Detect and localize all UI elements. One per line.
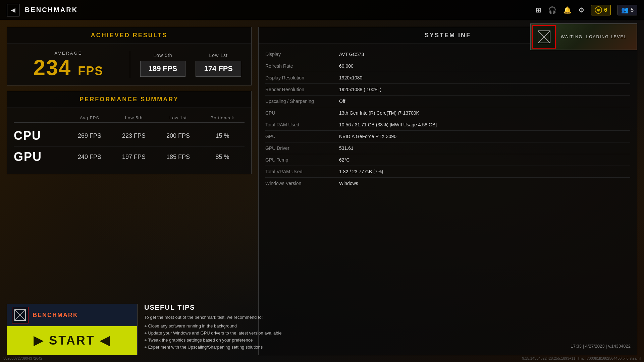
coin-count: 6 (604, 7, 607, 13)
results-card: ACHIEVED RESULTS AVERAGE 234 FPS Low 5th… (7, 27, 252, 85)
start-button[interactable]: ▶ START ◀ (7, 326, 137, 355)
low-stats: Low 5th 189 FPS Low 1st 174 FPS (140, 53, 241, 77)
sysinfo-key: Render Resolution (265, 87, 339, 92)
preview-icon-box (532, 25, 556, 49)
tip-item: Tweak the graphics settings based on you… (144, 337, 637, 344)
sysinfo-value: NVIDIA GeForce RTX 3090 (339, 134, 630, 139)
tip-item: Close any software running in the backgr… (144, 322, 637, 329)
average-section: AVERAGE 234 FPS (17, 51, 120, 78)
widget-header: BENCHMARK (7, 304, 137, 326)
sysinfo-key: Windows Version (265, 181, 339, 186)
tip-item: Update your Windows and GPU drivers to t… (144, 329, 637, 337)
topbar-right: ⊞ 🎧 🔔 ⚙ ◎ 6 👥 5 (536, 5, 637, 15)
col-bottleneck: Bottleneck (200, 115, 245, 120)
fps-unit: FPS (78, 64, 103, 78)
sysinfo-value: 60.000 (339, 63, 630, 69)
avg-fps-value: 234 (34, 56, 71, 80)
cpu-label: CPU (14, 129, 67, 143)
gpu-row: GPU 240 FPS 197 FPS 185 FPS 85 % (14, 146, 245, 167)
sysinfo-row: CPU13th Gen Intel(R) Core(TM) i7-13700K (265, 107, 630, 119)
perf-header-row: Avg FPS Low 5th Low 1st Bottleneck (14, 113, 245, 123)
sysinfo-key: Display (265, 52, 339, 57)
bell-icon[interactable]: 🔔 (563, 6, 572, 14)
sysinfo-row: GPU Temp62°C (265, 154, 630, 166)
sysinfo-value: 10.56 / 31.71 GB (33%) [MWII Usage 4.58 … (339, 122, 630, 127)
sysinfo-row: GPU Driver531.61 (265, 142, 630, 154)
sysinfo-row: Upscaling / SharpeningOff (265, 96, 630, 107)
cpu-avgfps: 269 FPS (67, 132, 112, 139)
divider (130, 51, 130, 78)
results-header: ACHIEVED RESULTS (7, 27, 251, 44)
sysinfo-row: GPUNVIDIA GeForce RTX 3090 (265, 131, 630, 142)
tips-section: USEFUL TIPS To get the most out of the b… (144, 304, 637, 351)
sysinfo-row: Total VRAM Used1.82 / 23.77 GB (7%) (265, 166, 630, 178)
low5th-value: 189 FPS (140, 61, 186, 77)
benchmark-widget: BENCHMARK ▶ START ◀ (7, 304, 138, 355)
tip-item: Experiment with the Upscaling/Sharpening… (144, 344, 637, 351)
gpu-label: GPU (14, 150, 67, 164)
sysinfo-value: 62°C (339, 157, 630, 163)
sysinfo-key: GPU Driver (265, 145, 339, 151)
preview-thumbnail: WAITING. LOADING LEVEL (530, 23, 637, 50)
player-count: 5 (631, 7, 634, 13)
headphone-icon[interactable]: 🎧 (548, 6, 556, 14)
sysinfo-row: Refresh Rate60.000 (265, 60, 630, 72)
coin-icon: ◎ (595, 6, 602, 14)
sysinfo-value: Windows (339, 181, 630, 186)
results-body: AVERAGE 234 FPS Low 5th 189 FPS Low 1st … (7, 44, 251, 85)
sysinfo-value: Off (339, 99, 630, 104)
sysinfo-value: 13th Gen Intel(R) Core(TM) i7-13700K (339, 110, 630, 116)
gpu-low1st: 185 FPS (156, 154, 200, 161)
bottom-right-build: 9.15.14334822 [28.255.1893+11] Tmc [7000… (522, 356, 641, 360)
performance-header: PERFORMANCE SUMMARY (7, 91, 251, 108)
loading-text: WAITING. LOADING LEVEL (557, 35, 627, 39)
sysinfo-key: Display Resolution (265, 75, 339, 80)
cpu-low5th: 223 FPS (112, 132, 156, 139)
cpu-row: CPU 269 FPS 223 FPS 200 FPS 15 % (14, 125, 245, 146)
cpu-low1st: 200 FPS (156, 132, 200, 139)
sysinfo-key: Refresh Rate (265, 63, 339, 69)
average-label: AVERAGE (17, 51, 120, 56)
average-fps: 234 FPS (17, 57, 120, 78)
col-low5th: Low 5th (112, 115, 156, 120)
gpu-avgfps: 240 FPS (67, 154, 112, 161)
bottom-left-code: 5820307273904372642 (3, 356, 42, 360)
sysinfo-key: GPU Temp (265, 157, 339, 163)
low1st-label: Low 1st (196, 53, 241, 58)
gear-icon[interactable]: ⚙ (578, 6, 584, 14)
tips-intro: To get the most out of the benchmark tes… (144, 315, 637, 320)
sysinfo-value: 531.61 (339, 145, 630, 151)
coin-badge[interactable]: ◎ 6 (591, 5, 611, 15)
player-icon: 👥 (621, 6, 629, 14)
sysinfo-key: Total VRAM Used (265, 169, 339, 174)
widget-title: BENCHMARK (33, 312, 78, 319)
sysinfo-key: Upscaling / Sharpening (265, 99, 339, 104)
page-title: BENCHMARK (25, 6, 78, 14)
sysinfo-value: 1920x1088 ( 100% ) (339, 87, 630, 92)
widget-icon-box (12, 307, 29, 323)
tips-list: Close any software running in the backgr… (144, 322, 637, 351)
tips-title: USEFUL TIPS (144, 304, 637, 311)
sysinfo-row: Display Resolution1920x1080 (265, 72, 630, 84)
cpu-bottleneck: 15 % (200, 132, 245, 139)
sysinfo-row: DisplayAVT GC573 (265, 49, 630, 60)
player-badge[interactable]: 👥 5 (618, 5, 637, 15)
sysinfo-value: AVT GC573 (339, 52, 630, 57)
sysinfo-key: Total RAM Used (265, 122, 339, 127)
sysinfo-row: Total RAM Used10.56 / 31.71 GB (33%) [MW… (265, 119, 630, 131)
low5th-stat: Low 5th 189 FPS (140, 53, 186, 77)
gpu-low5th: 197 FPS (112, 154, 156, 161)
sysinfo-key: CPU (265, 110, 339, 116)
performance-card: PERFORMANCE SUMMARY Avg FPS Low 5th Low … (7, 91, 252, 174)
low1st-value: 174 FPS (196, 61, 241, 77)
sysinfo-row: Windows VersionWindows (265, 178, 630, 189)
low5th-label: Low 5th (140, 53, 186, 58)
sysinfo-value: 644x362 (339, 75, 630, 80)
grid-icon[interactable]: ⊞ (536, 6, 541, 14)
sysinfo-key: GPU (265, 134, 339, 139)
timestamp-info: 17:33 | 4/27/2023 | v.14334822 (571, 344, 631, 349)
col-avgfps: Avg FPS (67, 115, 112, 120)
back-button[interactable]: ◀ (7, 4, 19, 16)
sysinfo-row: Render Resolution1920x1088 ( 100% ) (265, 84, 630, 96)
bottom-section: BENCHMARK ▶ START ◀ USEFUL TIPS To get t… (7, 304, 637, 355)
